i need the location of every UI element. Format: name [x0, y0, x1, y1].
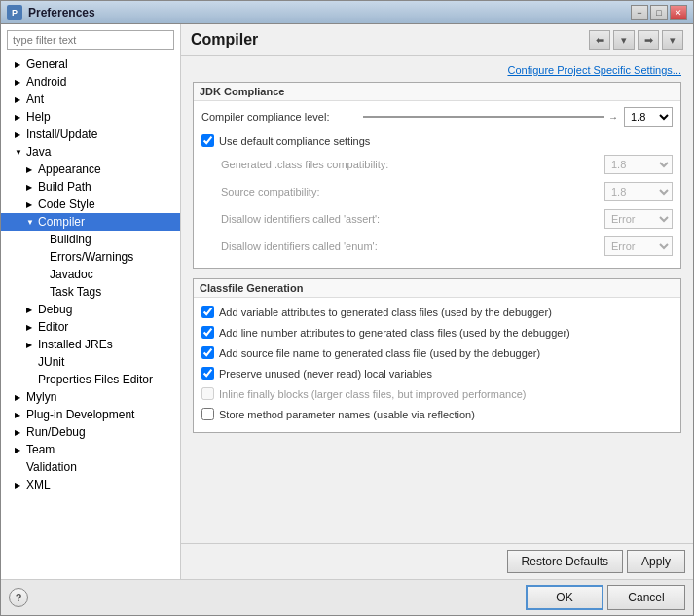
sidebar-item-label: Ant [26, 92, 44, 106]
classfile-checkbox-4 [201, 387, 214, 400]
nav-dropdown-button[interactable]: ▾ [613, 30, 635, 50]
title-bar: P Preferences − □ ✕ [1, 1, 693, 24]
classfile-checkbox-0[interactable] [201, 306, 214, 318]
sidebar-item-build-path[interactable]: ▶ Build Path [1, 178, 180, 196]
help-button[interactable]: ? [9, 588, 28, 607]
classfile-checkbox-row-3: Preserve unused (never read) local varia… [201, 365, 673, 381]
sidebar-item-appearance[interactable]: ▶ Appearance [1, 161, 180, 178]
classfile-checkbox-label-1[interactable]: Add line number attributes to generated … [219, 327, 570, 339]
sidebar-item-debug[interactable]: ▶ Debug [1, 301, 180, 318]
title-controls: − □ ✕ [631, 5, 687, 20]
nav-forward-dropdown-button[interactable]: ▾ [662, 30, 683, 50]
use-default-compliance-row: Use default compliance settings [201, 132, 673, 149]
sidebar-item-team[interactable]: ▶ Team [1, 441, 180, 458]
configure-project-link[interactable]: Configure Project Specific Settings... [193, 64, 681, 76]
arrow-icon [26, 376, 36, 384]
minimize-button[interactable]: − [631, 5, 648, 20]
panel-title: Compiler [191, 31, 258, 49]
compliance-slider[interactable]: → [363, 112, 618, 123]
classfile-checkbox-label-3[interactable]: Preserve unused (never read) local varia… [219, 368, 432, 380]
content-area: ▶ General ▶ Android ▶ Ant ▶ Help [1, 24, 693, 579]
sidebar-item-compiler[interactable]: ▼ Compiler [1, 213, 180, 231]
ok-button[interactable]: OK [526, 585, 603, 610]
dialog-buttons: OK Cancel [526, 585, 685, 610]
arrow-icon: ▼ [15, 148, 24, 157]
sidebar-item-junit[interactable]: JUnit [1, 353, 180, 371]
arrow-icon: ▶ [26, 200, 36, 209]
sidebar-item-installed-jres[interactable]: ▶ Installed JREs [1, 336, 180, 353]
classfile-generation-body: Add variable attributes to generated cla… [194, 298, 680, 432]
assert-row: Disallow identifiers called 'assert': Er… [201, 207, 673, 231]
arrow-icon [38, 271, 48, 279]
arrow-icon: ▶ [26, 306, 36, 314]
sidebar-item-android[interactable]: ▶ Android [1, 73, 180, 91]
sidebar-item-validation[interactable]: Validation [1, 458, 180, 476]
arrow-icon: ▶ [15, 428, 24, 437]
sidebar-item-java[interactable]: ▼ Java [1, 143, 180, 161]
slider-arrow-icon: → [608, 112, 618, 123]
sidebar-item-task-tags[interactable]: Task Tags [1, 283, 180, 301]
sidebar-item-run-debug[interactable]: ▶ Run/Debug [1, 423, 180, 441]
sidebar-item-label: Mylyn [26, 390, 56, 404]
arrow-icon: ▶ [26, 323, 36, 332]
sidebar-item-label: Build Path [38, 180, 91, 194]
classfile-checkbox-5[interactable] [201, 408, 214, 420]
classfile-checkbox-label-5[interactable]: Store method parameter names (usable via… [219, 409, 475, 420]
sidebar-item-plugin-development[interactable]: ▶ Plug-in Development [1, 406, 180, 423]
arrow-icon: ▶ [15, 95, 24, 104]
arrow-icon [38, 253, 48, 262]
classfile-checkbox-row-0: Add variable attributes to generated cla… [201, 304, 673, 320]
sidebar-item-install-update[interactable]: ▶ Install/Update [1, 126, 180, 143]
jdk-compliance-body: Compiler compliance level: → 1.8 1.7 1.6 [194, 101, 680, 268]
close-button[interactable]: ✕ [670, 5, 687, 20]
sidebar-item-general[interactable]: ▶ General [1, 55, 180, 73]
restore-defaults-button[interactable]: Restore Defaults [507, 550, 623, 573]
compliance-level-select[interactable]: 1.8 1.7 1.6 [624, 107, 673, 127]
classfile-checkbox-label-0[interactable]: Add variable attributes to generated cla… [219, 307, 552, 318]
sidebar-item-help[interactable]: ▶ Help [1, 108, 180, 126]
apply-button[interactable]: Apply [627, 550, 685, 573]
sidebar-item-label: Properties Files Editor [38, 373, 153, 386]
maximize-button[interactable]: □ [650, 5, 668, 20]
sidebar: ▶ General ▶ Android ▶ Ant ▶ Help [1, 24, 181, 579]
sidebar-item-errors-warnings[interactable]: Errors/Warnings [1, 248, 180, 266]
sidebar-item-label: Install/Update [26, 127, 97, 141]
sidebar-item-editor[interactable]: ▶ Editor [1, 318, 180, 336]
filter-input[interactable] [7, 30, 174, 50]
classfile-checkbox-3[interactable] [201, 367, 214, 380]
source-compat-label: Source compatibility: [201, 186, 599, 198]
sidebar-item-properties-files-editor[interactable]: Properties Files Editor [1, 371, 180, 388]
sidebar-item-mylyn[interactable]: ▶ Mylyn [1, 388, 180, 406]
sidebar-item-javadoc[interactable]: Javadoc [1, 266, 180, 283]
header-nav: ⬅ ▾ ➡ ▾ [589, 30, 683, 50]
arrow-icon: ▼ [26, 218, 36, 227]
sidebar-item-xml[interactable]: ▶ XML [1, 476, 180, 493]
use-default-checkbox[interactable] [201, 134, 214, 147]
arrow-icon: ▶ [15, 113, 24, 122]
nav-forward-button[interactable]: ➡ [638, 30, 659, 50]
classfile-checkbox-label-2[interactable]: Add source file name to generated class … [219, 347, 540, 359]
classfile-checkbox-1[interactable] [201, 326, 214, 339]
arrow-icon: ▶ [15, 481, 24, 489]
assert-label: Disallow identifiers called 'assert': [201, 213, 599, 225]
sidebar-item-label: Errors/Warnings [50, 250, 133, 264]
sidebar-item-label: Help [26, 110, 51, 124]
classfile-checkbox-2[interactable] [201, 346, 214, 359]
arrow-icon [15, 463, 24, 472]
sidebar-item-label: Plug-in Development [26, 408, 134, 421]
sidebar-item-building[interactable]: Building [1, 231, 180, 248]
sidebar-item-label: General [26, 57, 68, 71]
arrow-icon: ▶ [15, 411, 24, 419]
sidebar-item-label: Validation [26, 460, 77, 474]
cancel-button[interactable]: Cancel [607, 585, 685, 610]
sidebar-item-label: Appearance [38, 163, 101, 176]
nav-back-button[interactable]: ⬅ [589, 30, 610, 50]
sidebar-item-ant[interactable]: ▶ Ant [1, 91, 180, 108]
enum-row: Disallow identifiers called 'enum': Erro… [201, 235, 673, 258]
enum-select: Error [604, 236, 673, 256]
panel-header: Compiler ⬅ ▾ ➡ ▾ [181, 24, 693, 56]
arrow-icon: ▶ [15, 130, 24, 139]
sidebar-item-code-style[interactable]: ▶ Code Style [1, 196, 180, 213]
sidebar-item-label: Android [26, 75, 66, 89]
use-default-label[interactable]: Use default compliance settings [219, 135, 370, 147]
